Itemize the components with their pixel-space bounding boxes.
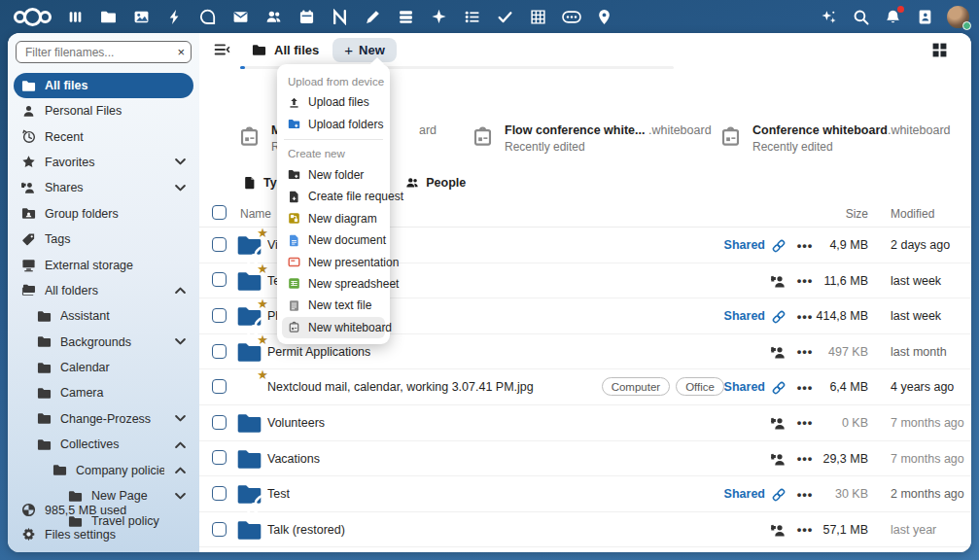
document-icon <box>288 234 300 247</box>
row-checkbox[interactable] <box>212 415 227 430</box>
nextcloud-logo[interactable] <box>14 8 52 26</box>
shared-link[interactable]: Shared <box>656 238 765 252</box>
breadcrumb[interactable]: All files <box>252 43 319 57</box>
recommended-card[interactable]: Conference whiteboard.whiteboard Recentl… <box>719 123 951 154</box>
sidebar-item-all-folders[interactable]: All folders <box>14 278 193 303</box>
recommended-card[interactable]: Flow conference white... .whiteboard Rec… <box>472 123 712 154</box>
activity-app-icon[interactable] <box>164 7 185 27</box>
logo-circle <box>23 8 42 26</box>
sidebar-item-change-prozess[interactable]: Change-Prozess <box>14 406 193 432</box>
whiteboard-icon <box>238 125 261 148</box>
deck-app-icon[interactable] <box>396 7 416 27</box>
sidebar-item-company-policies[interactable]: Company policies <box>14 457 193 482</box>
search-icon[interactable] <box>851 7 871 27</box>
filter-filenames-input[interactable] <box>16 41 192 63</box>
sidebar-item-personal-files[interactable]: Personal Files <box>14 98 193 123</box>
chevron-down-icon[interactable] <box>173 181 188 195</box>
row-checkbox[interactable] <box>212 308 227 323</box>
files-app-icon[interactable] <box>98 7 119 27</box>
chevron-down-icon[interactable] <box>173 334 188 349</box>
sidebar-item-tags[interactable]: Tags <box>14 227 193 252</box>
filter-people-chip[interactable]: People <box>405 176 466 190</box>
avatar[interactable] <box>947 6 969 28</box>
shared-link[interactable]: Shared <box>656 380 765 394</box>
sidebar-item-all-files[interactable]: All files <box>14 73 193 98</box>
sidebar-item-calendar[interactable]: Calendar <box>14 355 193 380</box>
chevron-down-icon[interactable] <box>173 155 188 169</box>
column-header-modified[interactable]: Modified <box>891 207 934 221</box>
file-row[interactable]: Vacations ••• 29,3 MB 7 months ago <box>199 441 971 477</box>
spreadsheet-icon <box>288 277 300 290</box>
file-row[interactable]: Volunteers ••• 0 KB 7 months ago <box>199 405 971 441</box>
notifications-bell-icon[interactable] <box>883 7 903 27</box>
sidebar-item-collectives[interactable]: Collectives <box>14 432 193 457</box>
sidebar-item-assistant[interactable]: Assistant <box>14 303 193 329</box>
menu-item-upload-files[interactable]: Upload files <box>282 91 385 113</box>
talk-app-icon[interactable] <box>197 7 218 27</box>
app-navigation <box>65 7 614 27</box>
tables-app-icon[interactable] <box>528 7 548 27</box>
file-request-icon <box>288 191 300 203</box>
clear-filter-icon[interactable]: × <box>177 45 185 59</box>
sidebar-item-shares[interactable]: Shares <box>14 175 193 200</box>
app-grid-icon[interactable] <box>65 7 86 27</box>
column-header-name[interactable]: Name <box>240 207 271 221</box>
menu-item-new-whiteboard[interactable]: New whiteboard <box>282 317 385 338</box>
file-row[interactable]: Test Shared ••• 30 KB 2 months ago <box>199 476 971 512</box>
sidebar-item-favorites[interactable]: Favorites <box>14 150 193 175</box>
assistant-icon[interactable] <box>819 7 839 27</box>
row-checkbox[interactable] <box>212 522 227 537</box>
maps-app-icon[interactable] <box>594 7 614 27</box>
sidebar-item-external-storage[interactable]: External storage <box>14 252 193 277</box>
menu-item-new-folder[interactable]: New folder <box>282 164 385 186</box>
files-settings-button[interactable]: Files settings <box>14 522 193 546</box>
menu-item-upload-folders[interactable]: Upload folders <box>282 113 385 134</box>
row-checkbox[interactable] <box>212 450 227 465</box>
news-app-icon[interactable] <box>330 7 350 27</box>
menu-item-new-presentation[interactable]: New presentation <box>282 251 385 272</box>
external-storage-icon <box>21 258 36 272</box>
row-checkbox[interactable] <box>212 237 227 252</box>
new-button[interactable]: + New <box>332 38 397 62</box>
file-row[interactable]: Talk (restored) ••• 57,1 MB last year <box>199 512 971 548</box>
grid-view-toggle-icon[interactable] <box>931 42 948 58</box>
menu-item-new-document[interactable]: New document <box>282 229 385 251</box>
folder-icon <box>37 361 52 375</box>
chevron-up-icon[interactable] <box>173 283 188 298</box>
row-checkbox[interactable] <box>212 272 227 287</box>
chevron-down-icon[interactable] <box>173 411 188 426</box>
mail-app-icon[interactable] <box>230 7 251 27</box>
column-header-size[interactable]: Size <box>761 207 868 221</box>
menu-item-new-spreadsheet[interactable]: New spreadsheet <box>282 273 385 295</box>
sidebar-item-camera[interactable]: Camera <box>14 380 193 405</box>
shared-link[interactable]: Shared <box>656 487 765 501</box>
new-folder-icon <box>288 168 300 181</box>
menu-item-new-text-file[interactable]: New text file <box>282 295 385 316</box>
file-row[interactable]: ★ Nextcloud mail, calendar, working 3.07… <box>199 369 971 405</box>
contacts-menu-icon[interactable] <box>915 7 935 27</box>
sidebar-item-group-folders[interactable]: Group folders <box>14 201 193 227</box>
top-bar-right <box>819 6 969 28</box>
collectives-app-icon[interactable] <box>429 7 449 27</box>
notes-app-icon[interactable] <box>363 7 383 27</box>
calendar-app-icon[interactable] <box>297 7 317 27</box>
lists-app-icon[interactable] <box>462 7 482 27</box>
photos-app-icon[interactable] <box>131 7 152 27</box>
shared-link[interactable]: Shared <box>656 309 765 323</box>
chevron-up-icon[interactable] <box>173 438 188 452</box>
folder-icon <box>21 79 36 93</box>
sidebar-item-backgrounds[interactable]: Backgrounds <box>14 330 193 355</box>
sidebar-item-recent[interactable]: Recent <box>14 123 193 149</box>
sidebar-toggle-icon[interactable] <box>213 41 230 58</box>
row-checkbox[interactable] <box>212 344 227 359</box>
row-checkbox[interactable] <box>212 486 227 501</box>
tasks-app-icon[interactable] <box>495 7 515 27</box>
external-app-icon[interactable] <box>561 7 581 27</box>
menu-item-file-request[interactable]: Create file request <box>282 186 385 207</box>
chevron-up-icon[interactable] <box>173 463 188 477</box>
select-all-checkbox[interactable] <box>212 205 227 220</box>
storage-quota: 985,5 MB used <box>14 498 193 522</box>
app-content: × All files Personal Files Recent Favori… <box>8 33 971 552</box>
contacts-app-icon[interactable] <box>263 7 284 27</box>
menu-item-new-diagram[interactable]: New diagram <box>282 208 385 229</box>
